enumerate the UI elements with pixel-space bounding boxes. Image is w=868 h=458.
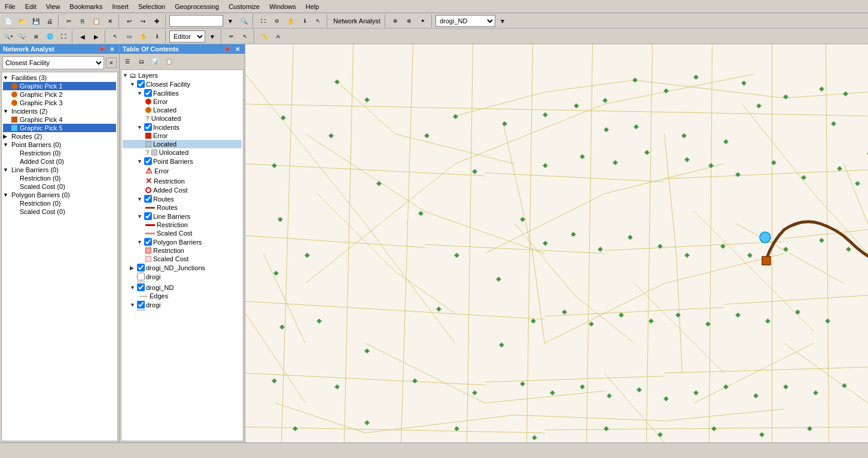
layer-dropdown-arrow[interactable]: ▼	[496, 14, 509, 28]
expand-facilities[interactable]: ▼	[3, 75, 11, 81]
zoom-out[interactable]: ⊖	[270, 14, 284, 28]
toc-btn2[interactable]: 🗂	[135, 55, 148, 68]
expand-drogi1[interactable]	[130, 274, 137, 280]
zoom-out2-btn[interactable]: 🔍-	[16, 30, 29, 43]
drogi1-checkbox[interactable]	[137, 273, 145, 280]
toc-drogi-nd-junctions[interactable]: ▶ drogi_ND_Junctions	[123, 263, 242, 272]
delete-btn[interactable]: ✕	[103, 14, 117, 28]
drogi-ndj-checkbox[interactable]	[137, 264, 145, 271]
toc-facilities[interactable]: ▼ Facilities	[123, 88, 242, 97]
select-btn[interactable]: ↖	[312, 14, 325, 28]
na-item-gp5[interactable]: Graphic Pick 5	[3, 124, 116, 132]
globe-btn[interactable]: 🌐	[43, 30, 56, 43]
redo-btn[interactable]: ↪	[136, 14, 150, 28]
na-group-pointbarriers[interactable]: ▼ Point Barriers (0)	[3, 141, 116, 149]
toc-layers-root[interactable]: ▼ 🗂 Layers	[123, 71, 242, 80]
expand-linebarriers[interactable]: ▼	[3, 167, 11, 173]
lb-checkbox[interactable]	[144, 212, 152, 220]
toc-pin-btn[interactable]: 📌	[221, 46, 232, 53]
pan2[interactable]: ✋	[136, 30, 150, 43]
pb-checkbox[interactable]	[144, 157, 152, 165]
add-data-btn[interactable]: ✚	[150, 14, 163, 28]
back-btn[interactable]: ◀	[76, 30, 89, 43]
na-group-routes[interactable]: ▶ Routes (2)	[3, 132, 116, 141]
expand-fac[interactable]: ▼	[137, 90, 144, 96]
menu-customize[interactable]: Customize	[224, 2, 264, 11]
na-item-gp3[interactable]: Graphic Pick 3	[3, 99, 116, 107]
drogi-nd-checkbox[interactable]	[137, 283, 145, 291]
expand-pointbarriers[interactable]: ▼	[3, 142, 11, 148]
na-item-gp1[interactable]: Graphic Pick 1	[3, 82, 116, 90]
magnifier[interactable]: 🔍	[237, 14, 251, 28]
pan-btn[interactable]: ✋	[284, 14, 297, 28]
menu-help[interactable]: Help	[301, 2, 324, 11]
undo-btn[interactable]: ↩	[123, 14, 136, 28]
editor-dropdown[interactable]: Editor	[169, 30, 205, 42]
na-btn3[interactable]: ✦	[416, 14, 430, 28]
layer-dropdown[interactable]: drogi_ND	[435, 15, 495, 27]
full-extent-btn[interactable]: ⛶	[57, 30, 70, 43]
expand-drogi-nd[interactable]: ▼	[130, 285, 137, 291]
identify2[interactable]: ℹ	[150, 30, 163, 43]
toc-drogi-nd[interactable]: ▼ drogi_ND	[123, 283, 242, 292]
na-close-btn[interactable]: ✕	[108, 46, 116, 53]
save-btn[interactable]: 💾	[29, 14, 42, 28]
expand-cf[interactable]: ▼	[130, 81, 137, 87]
map-area[interactable]	[245, 44, 868, 442]
open-btn[interactable]: 📂	[16, 14, 29, 28]
toc-close-btn[interactable]: ✕	[233, 46, 242, 53]
na-btn2[interactable]: ⊗	[403, 14, 416, 28]
fac-checkbox[interactable]	[144, 89, 152, 97]
new-btn[interactable]: 📄	[2, 14, 15, 28]
na-group-incidents[interactable]: ▼ Incidents (2)	[3, 107, 116, 115]
toc-routes[interactable]: ▼ Routes	[123, 194, 242, 203]
menu-edit[interactable]: Edit	[20, 2, 41, 11]
na-item-pb-addedcost[interactable]: Added Cost (0)	[3, 157, 116, 166]
toc-polygonbarriers[interactable]: ▼ Polygon Barriers	[123, 237, 242, 246]
scale-input[interactable]: 1:510,277	[169, 15, 223, 27]
toc-btn3[interactable]: 📊	[148, 55, 162, 68]
menu-file[interactable]: File	[0, 2, 20, 11]
cut-btn[interactable]: ✂	[62, 14, 75, 28]
toc-pointbarriers[interactable]: ▼ Point Barriers	[123, 157, 242, 166]
na-item-polb-restriction[interactable]: Restriction (0)	[3, 199, 116, 207]
editor-arrow[interactable]: ▼	[206, 30, 219, 43]
expand-routes2[interactable]: ▼	[137, 196, 144, 202]
routes-checkbox[interactable]	[144, 195, 152, 203]
menu-insert[interactable]: Insert	[107, 2, 133, 11]
na-item-gp4[interactable]: Graphic Pick 4	[3, 115, 116, 124]
expand-incidents[interactable]: ▼	[3, 108, 11, 114]
expand-layers[interactable]: ▼	[123, 72, 130, 78]
menu-selection[interactable]: Selection	[133, 2, 170, 11]
edit-tool[interactable]: ↖	[239, 30, 252, 43]
na-pin-btn[interactable]: 📌	[96, 46, 106, 53]
na-props-btn[interactable]: ≡	[106, 57, 117, 68]
paste-btn[interactable]: 📋	[90, 14, 103, 28]
label-btn[interactable]: A	[272, 30, 285, 43]
expand-polb[interactable]: ▼	[137, 239, 144, 245]
na-item-pb-restriction[interactable]: Restriction (0)	[3, 149, 116, 157]
na-group-linebarriers[interactable]: ▼ Line Barriers (0)	[3, 166, 116, 174]
toc-btn4[interactable]: 📋	[162, 55, 175, 68]
expand-inc[interactable]: ▼	[137, 124, 144, 130]
select-by-rect[interactable]: ▭	[123, 30, 136, 43]
menu-bookmarks[interactable]: Bookmarks	[65, 2, 107, 11]
na-item-polb-scaledcost[interactable]: Scaled Cost (0)	[3, 207, 116, 216]
expand-drogi-ndj[interactable]: ▶	[130, 265, 137, 271]
inc-checkbox[interactable]	[144, 123, 152, 131]
scale-apply[interactable]: ▼	[224, 14, 237, 28]
expand-pb[interactable]: ▼	[137, 158, 144, 164]
expand-routes[interactable]: ▶	[3, 133, 11, 139]
zoom-in-btn[interactable]: 🔍+	[2, 30, 15, 43]
expand-polygonbarriers[interactable]: ▼	[3, 192, 11, 198]
toc-drogi1[interactable]: drogi	[123, 272, 242, 281]
toc-list-view[interactable]: ☰	[121, 55, 134, 68]
sketch-tool[interactable]: ✏	[225, 30, 238, 43]
drogi2-checkbox[interactable]	[137, 301, 145, 309]
forward-btn[interactable]: ▶	[90, 30, 103, 43]
na-group-facilities[interactable]: ▼ Facilities (3)	[3, 74, 116, 82]
na-type-dropdown[interactable]: Closest Facility	[2, 56, 104, 69]
na-btn1[interactable]: ⊕	[389, 14, 402, 28]
identify-btn[interactable]: ℹ	[298, 14, 311, 28]
na-item-lb-restriction[interactable]: Restriction (0)	[3, 174, 116, 182]
